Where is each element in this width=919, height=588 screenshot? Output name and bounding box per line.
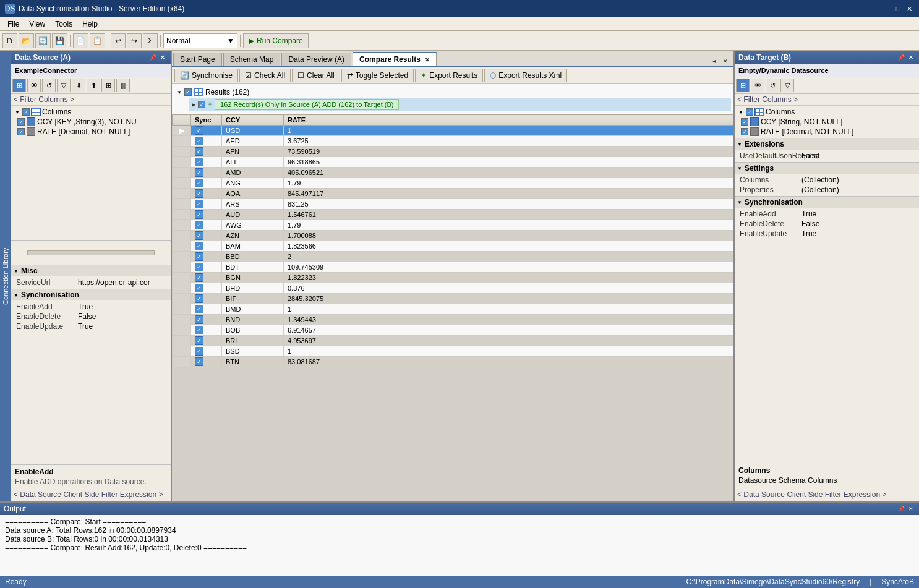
- sync-cell[interactable]: ✓: [191, 283, 222, 294]
- sync-cell[interactable]: ✓: [191, 189, 222, 199]
- right-col1-item[interactable]: ✓ CCY [String, NOT NULL]: [736, 117, 918, 127]
- right-col2-checkbox[interactable]: ✓: [741, 128, 748, 135]
- new-button[interactable]: 🗋: [2, 33, 17, 48]
- check-all-button[interactable]: ☑ Check All: [239, 69, 291, 82]
- sync-cell[interactable]: ✓: [191, 168, 222, 178]
- extensions-header[interactable]: ▼ Extensions: [735, 138, 919, 150]
- sync-checkbox[interactable]: ✓: [195, 347, 203, 356]
- right-schema-button[interactable]: ⊞: [736, 79, 750, 92]
- sync-checkbox[interactable]: ✓: [195, 284, 203, 292]
- add-checkbox[interactable]: ✓: [198, 101, 205, 108]
- sync-cell[interactable]: ✓: [191, 241, 222, 252]
- col-header-ccy[interactable]: CCY: [222, 115, 284, 126]
- sync-checkbox[interactable]: ✓: [195, 263, 203, 271]
- sync-checkbox[interactable]: ✓: [195, 315, 203, 324]
- col1-checkbox[interactable]: ✓: [17, 118, 25, 126]
- table-row[interactable]: ✓BTN83.081687: [173, 357, 733, 367]
- copy-button[interactable]: 📋: [90, 33, 105, 48]
- add-expand-icon[interactable]: ▶: [192, 102, 195, 108]
- left-export-button[interactable]: ⬆: [87, 79, 100, 92]
- sync-cell[interactable]: ✓: [191, 178, 222, 189]
- sync-cell[interactable]: ✓: [191, 357, 222, 367]
- sync-checkbox[interactable]: ✓: [195, 273, 203, 282]
- sync-cell[interactable]: ✓: [191, 262, 222, 273]
- panel-close[interactable]: ✕: [721, 57, 730, 66]
- clear-all-button[interactable]: ☐ Clear All: [292, 69, 340, 82]
- table-row[interactable]: ✓BRL4.953697: [173, 336, 733, 346]
- new-doc-button[interactable]: 📄: [73, 33, 88, 48]
- table-row[interactable]: ✓BSD1: [173, 346, 733, 357]
- table-row[interactable]: ✓BDT109.745309: [173, 262, 733, 273]
- table-row[interactable]: ✓BAM1.823566: [173, 241, 733, 252]
- sync-checkbox[interactable]: ✓: [195, 294, 203, 303]
- tab-schema-map[interactable]: Schema Map: [223, 53, 281, 66]
- tab-compare-results[interactable]: Compare Results ✕: [353, 52, 437, 66]
- tab-start-page[interactable]: Start Page: [173, 53, 222, 66]
- table-row[interactable]: ✓BBD2: [173, 252, 733, 262]
- panel-nav-left[interactable]: ◄: [710, 57, 719, 66]
- sync-checkbox[interactable]: ✓: [195, 231, 203, 240]
- sync-checkbox[interactable]: ✓: [195, 242, 203, 250]
- results-expand-icon[interactable]: ▼: [177, 90, 182, 95]
- horizontal-scrollbar[interactable]: [27, 250, 155, 255]
- left-eye-button[interactable]: 👁: [27, 79, 41, 92]
- menu-help[interactable]: Help: [77, 19, 103, 30]
- sync-checkbox[interactable]: ✓: [195, 210, 203, 219]
- sync-cell[interactable]: ✓: [191, 126, 222, 136]
- mode-dropdown[interactable]: Normal ▼: [163, 33, 237, 48]
- sync-cell[interactable]: ✓: [191, 136, 222, 147]
- sync-cell[interactable]: ✓: [191, 252, 222, 262]
- export-xml-button[interactable]: ⬡ Export Results Xml: [484, 69, 567, 82]
- menu-file[interactable]: File: [2, 19, 24, 30]
- table-row[interactable]: ✓AWG1.79: [173, 220, 733, 231]
- misc-section-header[interactable]: ▼ Misc: [11, 265, 171, 276]
- minimize-button[interactable]: ─: [882, 4, 892, 14]
- table-row[interactable]: ✓BIF2845.32075: [173, 294, 733, 304]
- right-columns-row[interactable]: ▼ ✓ Columns: [736, 107, 918, 117]
- restore-button[interactable]: □: [893, 4, 903, 14]
- sync-cell[interactable]: ✓: [191, 220, 222, 231]
- sync-checkbox[interactable]: ✓: [195, 200, 203, 208]
- sync-cell[interactable]: ✓: [191, 325, 222, 336]
- expand-columns-icon[interactable]: ▼: [14, 108, 21, 116]
- table-row[interactable]: ✓AUD1.546761: [173, 210, 733, 220]
- data-grid-container[interactable]: Sync CCY RATE ▶✓USD1✓AED3.6725✓AFN73.590…: [172, 114, 733, 501]
- right-refresh-button[interactable]: ↺: [766, 79, 779, 92]
- table-row[interactable]: ✓AZN1.700088: [173, 231, 733, 241]
- table-row[interactable]: ✓AED3.6725: [173, 136, 733, 147]
- right-close-button[interactable]: ✕: [907, 53, 915, 62]
- col-header-rate[interactable]: RATE: [284, 115, 733, 126]
- export-results-button[interactable]: ✦ Export Results: [415, 69, 483, 82]
- right-expand-icon[interactable]: ▼: [737, 108, 745, 116]
- toggle-selected-button[interactable]: ⇄ Toggle Selected: [341, 69, 414, 82]
- sync-cell[interactable]: ✓: [191, 147, 222, 157]
- run-compare-button[interactable]: ▶ Run Compare: [243, 33, 309, 48]
- table-row[interactable]: ✓AMD405.096521: [173, 168, 733, 178]
- right-columns-checkbox[interactable]: ✓: [746, 108, 753, 116]
- sync-checkbox[interactable]: ✓: [195, 126, 203, 135]
- left-import-button[interactable]: ⬇: [72, 79, 85, 92]
- undo-button[interactable]: ↩: [111, 33, 126, 48]
- left-close-button[interactable]: ✕: [158, 53, 167, 62]
- left-col2-item[interactable]: ✓ RATE [Decimal, NOT NULL]: [12, 127, 169, 137]
- synchronise-button[interactable]: 🔄 Synchronise: [174, 69, 238, 82]
- left-grid-button[interactable]: ⊞: [101, 79, 115, 92]
- sync-checkbox[interactable]: ✓: [195, 158, 203, 166]
- table-row[interactable]: ✓BND1.349443: [173, 315, 733, 325]
- sync-checkbox[interactable]: ✓: [195, 221, 203, 229]
- table-row[interactable]: ▶✓USD1: [173, 126, 733, 136]
- output-close-button[interactable]: ✕: [907, 505, 915, 513]
- left-sync-header[interactable]: ▼ Synchronisation: [11, 289, 171, 300]
- left-schema-button[interactable]: ⊞: [12, 79, 26, 92]
- right-filter-button[interactable]: ▽: [780, 79, 794, 92]
- redo-button[interactable]: ↪: [127, 33, 142, 48]
- table-row[interactable]: ✓BOB6.914657: [173, 325, 733, 336]
- left-col-button[interactable]: |||: [116, 79, 130, 92]
- settings-header[interactable]: ▼ Settings: [735, 163, 919, 174]
- left-refresh-button[interactable]: ↺: [42, 79, 56, 92]
- table-row[interactable]: ✓BGN1.822323: [173, 273, 733, 283]
- sigma-button[interactable]: Σ: [143, 33, 158, 48]
- sync-checkbox[interactable]: ✓: [195, 168, 203, 177]
- output-pin-button[interactable]: 📌: [897, 505, 905, 513]
- right-col2-item[interactable]: ✓ RATE [Decimal, NOT NULL]: [736, 127, 918, 137]
